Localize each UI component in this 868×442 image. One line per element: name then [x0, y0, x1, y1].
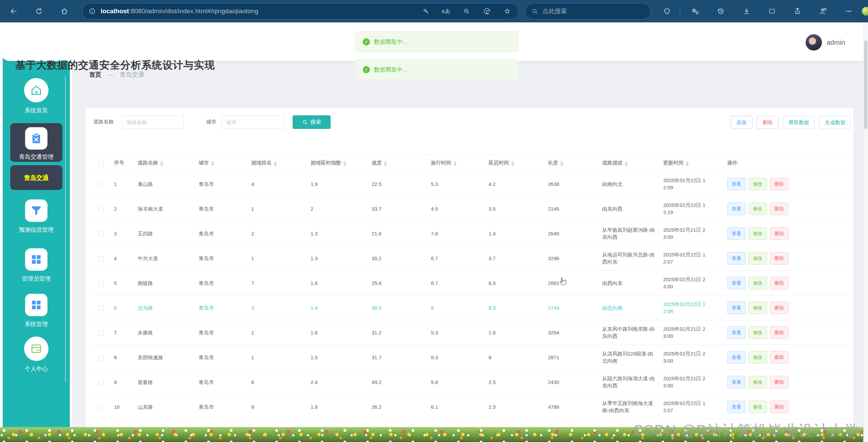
col-header-delay_time[interactable]: 延迟时间 [485, 155, 545, 172]
col-header-travel_time[interactable]: 旅行时间 [428, 155, 485, 172]
row-view-button[interactable]: 查看 [727, 302, 746, 314]
sidebar-item-prediction-mgmt[interactable]: 预测信息管理 [3, 199, 70, 234]
favorites-icon[interactable] [688, 4, 703, 19]
col-header-label: 操作 [727, 160, 737, 166]
translate-icon[interactable]: aあ [441, 6, 451, 16]
col-header-rank[interactable]: 拥堵排名 [248, 155, 307, 172]
browser-essentials-icon[interactable] [659, 4, 674, 19]
row-view-button[interactable]: 查看 [727, 351, 746, 364]
cell-travel_time: 5.3 [428, 172, 485, 196]
row-edit-button[interactable]: 修改 [749, 302, 767, 314]
row-edit-button[interactable]: 修改 [749, 326, 767, 339]
row-delete-button[interactable]: 删除 [770, 401, 788, 413]
row-checkbox[interactable] [98, 405, 104, 410]
user-name[interactable]: admin [827, 39, 845, 46]
row-delete-button[interactable]: 删除 [770, 351, 788, 364]
sort-carets-icon [211, 161, 214, 166]
page-info-icon[interactable] [88, 7, 96, 15]
history-icon[interactable] [713, 4, 728, 19]
web-capture-icon[interactable] [765, 4, 780, 19]
downloads-icon[interactable] [739, 4, 754, 19]
col-header-index[interactable]: 拥堵延时指数 [307, 155, 368, 172]
crawl-data-button[interactable]: 爬取数据 [783, 116, 815, 129]
edge-discover-icon[interactable] [482, 6, 492, 16]
address-bar[interactable]: localhost:8080/admin/dist/index.html#/qi… [82, 3, 519, 19]
row-edit-button[interactable]: 修改 [749, 252, 767, 265]
row-edit-button[interactable]: 修改 [749, 227, 767, 240]
cell-ops: 查看修改删除 [711, 172, 853, 196]
row-checkbox[interactable] [98, 306, 104, 311]
favorite-star-icon[interactable] [502, 6, 512, 16]
row-delete-button[interactable]: 删除 [770, 302, 788, 314]
row-delete-button[interactable]: 删除 [770, 376, 788, 388]
home-button[interactable] [57, 4, 72, 19]
sidebar-item-qingdao-traffic-mgmt[interactable]: 青岛交通管理 [10, 123, 62, 162]
sidebar-item-personal-center[interactable]: 个人中心 [3, 337, 70, 373]
row-checkbox[interactable] [98, 231, 104, 237]
sidebar-item-qingdao-traffic[interactable]: 青岛交通 [10, 165, 62, 190]
refresh-button[interactable] [32, 4, 46, 19]
row-view-button[interactable]: 查看 [727, 227, 746, 240]
cell-speed: 31.7 [368, 345, 428, 370]
row-view-button[interactable]: 查看 [727, 376, 746, 388]
row-delete-button[interactable]: 删除 [770, 326, 788, 339]
row-checkbox[interactable] [98, 182, 104, 187]
sidebar-item-home[interactable]: 系统首页 [3, 78, 70, 114]
city-input[interactable] [222, 115, 285, 129]
browser-search-box[interactable]: 点此搜索 [525, 3, 651, 19]
row-checkbox[interactable] [98, 207, 104, 212]
col-header-updated[interactable]: 更新时间 [660, 155, 711, 172]
scrollbar-thumb[interactable] [864, 41, 867, 129]
row-view-button[interactable]: 查看 [727, 178, 746, 190]
row-view-button[interactable]: 查看 [727, 326, 746, 339]
add-button[interactable]: 添加 [731, 116, 752, 129]
cell-updated: 2025年02月21日 23:00 [660, 370, 711, 395]
sidebar-item-system-mgmt[interactable]: 系统管理 [3, 294, 70, 328]
generate-data-button[interactable]: 生成数据 [819, 116, 851, 129]
row-edit-button[interactable]: 修改 [749, 277, 767, 289]
cell-desc: 从华扬岚到赵家沟路-由东向西 [599, 221, 660, 246]
search-button[interactable]: 搜索 [293, 115, 331, 129]
row-delete-button[interactable]: 删除 [770, 178, 788, 190]
col-header-desc[interactable]: 道路描述 [599, 155, 660, 172]
row-edit-button[interactable]: 修改 [749, 401, 767, 413]
back-button[interactable] [6, 4, 21, 19]
cell-speed: 35.2 [368, 246, 428, 271]
browser-profile-avatar[interactable] [862, 7, 868, 16]
row-delete-button[interactable]: 删除 [770, 277, 788, 289]
col-header-name[interactable]: 道路名称 [134, 155, 195, 172]
row-edit-button[interactable]: 修改 [749, 351, 767, 364]
user-box[interactable]: admin [806, 34, 845, 51]
row-edit-button[interactable]: 修改 [749, 376, 767, 388]
row-checkbox[interactable] [98, 330, 104, 336]
row-edit-button[interactable]: 修改 [749, 178, 767, 190]
sidebar-item-admin-mgmt[interactable]: 管理员管理 [3, 248, 70, 283]
profile-icon[interactable] [815, 4, 830, 19]
row-delete-button[interactable]: 删除 [770, 227, 788, 240]
row-view-button[interactable]: 查看 [727, 277, 746, 289]
cell-desc: 从清风路到228国道-由北向南 [599, 345, 660, 370]
row-checkbox[interactable] [98, 281, 104, 286]
delete-button[interactable]: 删除 [757, 116, 778, 129]
row-checkbox[interactable] [98, 355, 104, 361]
row-delete-button[interactable]: 删除 [770, 252, 788, 265]
row-view-button[interactable]: 查看 [727, 203, 746, 215]
col-header-length[interactable]: 长度 [545, 155, 599, 172]
cell-rank: 1 [248, 345, 307, 370]
password-key-icon[interactable] [421, 6, 431, 16]
cell-length: 2640 [545, 221, 599, 246]
road-name-input[interactable] [122, 115, 184, 129]
zoom-out-icon[interactable] [461, 6, 472, 16]
col-header-city[interactable]: 城市 [195, 155, 248, 172]
user-avatar[interactable] [806, 34, 822, 51]
row-delete-button[interactable]: 删除 [770, 203, 788, 215]
row-view-button[interactable]: 查看 [727, 401, 746, 413]
col-header-speed[interactable]: 速度 [368, 155, 428, 172]
row-checkbox[interactable] [98, 380, 104, 385]
row-view-button[interactable]: 查看 [727, 252, 746, 265]
select-all-checkbox[interactable] [98, 161, 104, 166]
row-edit-button[interactable]: 修改 [749, 203, 767, 215]
row-checkbox[interactable] [98, 256, 104, 262]
more-menu-icon[interactable] [841, 4, 856, 19]
share-icon[interactable] [790, 4, 805, 19]
